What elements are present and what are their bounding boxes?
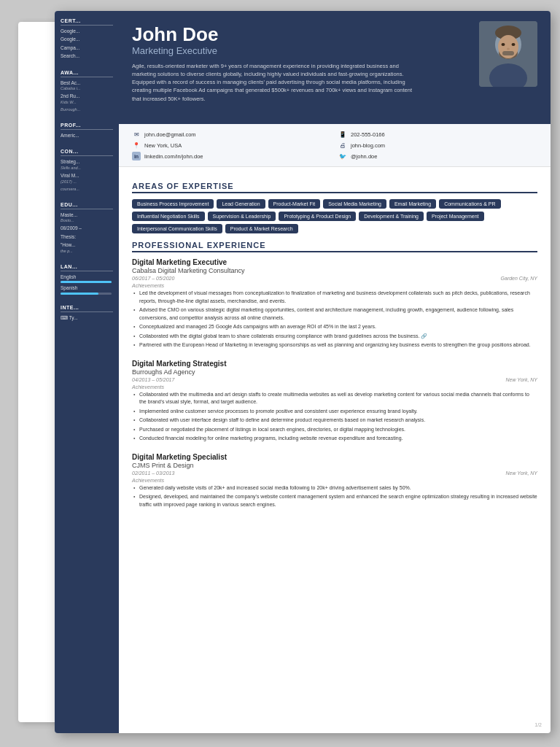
sidebar-education: EDU... Maste... Bosto... 08/2009 – Thesi…	[61, 202, 113, 254]
job-3: Digital Marketing Specialist CJMS Print …	[132, 453, 537, 509]
svg-point-7	[512, 43, 516, 46]
sidebar-course-3: coursera...	[61, 187, 113, 192]
sidebar-certifications: CERT... Google... Google... Campa... Sea…	[61, 18, 113, 60]
sidebar-lang-title: LAN...	[61, 264, 113, 271]
expertise-tag: Business Process Improvement	[132, 199, 214, 209]
candidate-bio: Agile, results-oriented marketer with 9+…	[132, 62, 416, 103]
twitter-icon: 🐦	[338, 152, 347, 160]
sidebar-award-1: Best Ac... Cabalsa i...	[61, 80, 113, 92]
sidebar-edu-title: EDU...	[61, 202, 113, 209]
job-2-bullet-3: Collaborated with user interface design …	[132, 417, 537, 425]
location-text: New York, USA	[144, 142, 182, 149]
job-2-company: Burroughs Ad Agency	[132, 368, 537, 376]
email-icon: ✉	[132, 130, 141, 139]
job-2-bullet-4: Purchased or negotiated the placement of…	[132, 426, 537, 434]
expertise-tag: Project Management	[427, 212, 484, 221]
svg-rect-9	[502, 51, 514, 55]
job-1-bullet-1: Led the development of visual messages f…	[132, 290, 537, 305]
job-3-title: Digital Marketing Specialist	[132, 453, 537, 461]
ext-link-icon: 🔗	[419, 333, 427, 338]
sidebar-interest-1: ⌨ Ty...	[61, 315, 113, 321]
sidebar-awards: AWA... Best Ac... Cabalsa i... 2nd Ru...…	[61, 70, 113, 112]
main-content: John Doe Marketing Executive Agile, resu…	[119, 11, 551, 733]
sidebar-cert-1: Google...	[61, 28, 113, 34]
sidebar-lang-2: Spanish	[61, 285, 113, 294]
linkedin-icon: in	[132, 152, 141, 160]
candidate-name: John Doe	[132, 24, 537, 45]
expertise-tag: Social Media Marketing	[323, 199, 386, 209]
contact-phone: 📱 202-555-0166	[338, 130, 537, 139]
contact-linkedin: in linkedin.com/in/john.doe	[132, 152, 331, 160]
expertise-tag: Lead Generation	[217, 199, 265, 209]
job-1-bullets: Led the development of visual messages f…	[132, 290, 537, 349]
expertise-tag: Product & Market Research	[225, 224, 298, 233]
experience-section-title: PROFESSIONAL EXPERIENCE	[132, 241, 537, 252]
job-1-company: Cabalsa Digital Marketing Consultancy	[132, 267, 537, 274]
contact-location: 📍 New York, USA	[132, 141, 331, 150]
job-1-location: Garden City, NY	[501, 276, 537, 281]
sidebar-courses-title: CON...	[61, 149, 113, 156]
job-2-location: New York, NY	[506, 377, 537, 382]
expertise-tag: Development & Training	[359, 212, 424, 221]
sidebar-course-1: Strateg... Skills and...	[61, 159, 113, 171]
linkedin-text: linkedin.com/in/john.doe	[144, 153, 203, 160]
front-page: CERT... Google... Google... Campa... Sea…	[55, 11, 551, 733]
candidate-photo	[479, 21, 537, 87]
job-3-dates: 02/2011 – 03/2013	[132, 471, 174, 476]
job-2-bullets: Collaborated with the multimedia and art…	[132, 391, 537, 443]
job-1-bullet-2: Advised the CMO on various strategic dig…	[132, 306, 537, 322]
sidebar-interests-title: INTE...	[61, 305, 113, 312]
sidebar-courses: CON... Strateg... Skills and... Viral M.…	[61, 149, 113, 191]
expertise-tag: Supervision & Leadership	[208, 212, 276, 221]
email-text: john.doe@gmail.com	[144, 131, 196, 138]
location-icon: 📍	[132, 141, 141, 150]
job-2-bullet-1: Collaborated with the multimedia and art…	[132, 391, 537, 406]
job-2-title: Digital Marketing Strategist	[132, 360, 537, 368]
sidebar-cert-2: Google...	[61, 36, 113, 42]
svg-point-8	[507, 48, 510, 50]
job-2-bullet-5: Conducted financial modeling for online …	[132, 435, 537, 443]
sidebar-interests: INTE... ⌨ Ty...	[61, 305, 113, 321]
job-1-achievements-label: Achievements	[132, 283, 537, 288]
resume-body: AREAS OF EXPERTISE Business Process Impr…	[119, 167, 551, 526]
sidebar-cert-4: Search...	[61, 53, 113, 59]
sidebar-award-2: 2nd Ru... Kids W...	[61, 93, 113, 105]
contact-website: 🖨 john-blog.com	[338, 141, 537, 150]
job-3-meta: 02/2011 – 03/2013 New York, NY	[132, 471, 537, 476]
job-3-bullet-2: Designed, developed, and maintained the …	[132, 493, 537, 508]
sidebar-course-2: Viral M... (2017) ...	[61, 173, 113, 185]
job-3-location: New York, NY	[506, 471, 537, 476]
sidebar-languages: LAN... English Spanish	[61, 264, 113, 295]
page-wrapper: 2/2 CERT... Google... Google... Campa...…	[0, 0, 560, 747]
sidebar-cert-title: CERT...	[61, 18, 113, 26]
contact-bar: ✉ john.doe@gmail.com 📱 202-555-0166 📍 Ne…	[119, 124, 551, 167]
resume-header: John Doe Marketing Executive Agile, resu…	[119, 11, 551, 124]
job-3-achievements-label: Achievements	[132, 478, 537, 483]
twitter-text: @john.doe	[351, 153, 377, 160]
sidebar-prof-1: Americ...	[61, 133, 113, 139]
sidebar-awards-title: AWA...	[61, 70, 113, 77]
expertise-tag: Interpersonal Communication Skills	[132, 224, 222, 233]
job-1-bullet-3: Conceptualized and managed 25 Google Ads…	[132, 323, 537, 331]
job-3-bullets: Generated daily website visits of 20k+ a…	[132, 484, 537, 509]
expertise-tag: Influential Negotiation Skills	[132, 212, 205, 221]
job-1-title: Digital Marketing Executive	[132, 258, 537, 266]
sidebar-award-3: Burrough...	[61, 107, 113, 112]
sidebar-edu-thesis-label: Thesis:	[61, 234, 113, 240]
contact-email: ✉ john.doe@gmail.com	[132, 130, 331, 139]
sidebar-edu-1: Maste... Bosto...	[61, 212, 113, 224]
phone-text: 202-555-0166	[351, 131, 385, 138]
expertise-tag: Email Marketing	[389, 199, 436, 209]
job-2: Digital Marketing Strategist Burroughs A…	[132, 360, 537, 443]
job-1-dates: 06/2017 – 05/2020	[132, 276, 174, 281]
sidebar-edu-thesis: "How... the p...	[61, 242, 113, 254]
job-1: Digital Marketing Executive Cabalsa Digi…	[132, 258, 537, 349]
page-num: 1/2	[534, 722, 542, 727]
sidebar-lang-1: English	[61, 274, 113, 283]
sidebar-edu-dates: 08/2009 –	[61, 225, 113, 231]
expertise-section-title: AREAS OF EXPERTISE	[132, 182, 537, 193]
phone-icon: 📱	[338, 130, 347, 139]
job-1-meta: 06/2017 – 05/2020 Garden City, NY	[132, 276, 537, 281]
contact-twitter: 🐦 @john.doe	[338, 152, 537, 160]
svg-point-6	[502, 43, 505, 46]
